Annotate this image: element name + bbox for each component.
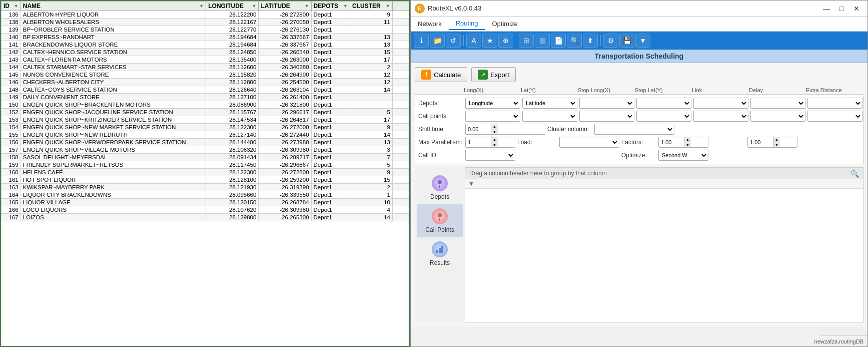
depots-stop-lat-select[interactable] [636, 98, 691, 109]
toolbar-info-button[interactable]: ℹ [414, 34, 429, 48]
callpoints-stop-long-select[interactable] [579, 111, 634, 122]
menu-network[interactable]: Network [411, 18, 449, 30]
filter-icon[interactable]: ▼ [468, 180, 474, 187]
search-icon[interactable]: 🔍 [850, 170, 859, 178]
factors-2-up[interactable]: ▲ [773, 137, 780, 142]
col-header-name[interactable]: NAME▼ [21, 2, 206, 11]
callpoints-row: Call points: [418, 111, 860, 122]
toolbar-sep-2 [516, 35, 516, 46]
data-grid-header: Drag a column header here to group by th… [465, 168, 863, 179]
sidebar-item-callpoints[interactable]: Call Points [417, 204, 463, 237]
menu-optimize[interactable]: Optimize [485, 18, 525, 30]
table-row: 165LIQUOR VILLAGE28.120150-26.268784Depo… [2, 199, 409, 206]
data-grid-toolbar: ▼ [465, 179, 863, 189]
parallelism-up[interactable]: ▲ [491, 137, 498, 142]
sidebar-item-depots[interactable]: Depots [417, 171, 463, 204]
factors-label: Factors: [621, 139, 656, 146]
factors-1-up[interactable]: ▲ [684, 137, 691, 142]
calculate-icon: f [421, 70, 431, 80]
optimize-label: Optimize: [621, 152, 656, 159]
toolbar-sep-3 [600, 35, 601, 46]
spreadsheet-panel: ID▼ NAME▼ LONGITUDE▼ LATITUDE▼ DEPOTS▼ [0, 0, 410, 347]
menu-routing[interactable]: Routing [449, 18, 485, 30]
menu-bar: Network Routing Optimize [411, 17, 867, 32]
toolbar-star-button[interactable]: ★ [482, 34, 497, 48]
table-row: 140BP EXPRESS~RANDHART28.194684-26.33766… [2, 34, 409, 41]
data-grid-area: Drag a column header here to group by th… [465, 167, 863, 322]
toolbar-layers-button[interactable]: ▦ [535, 34, 550, 48]
shift-time-down[interactable]: ▼ [491, 129, 498, 135]
callpoints-link-select[interactable] [693, 111, 748, 122]
title-bar: R RouteXL v6.0.0.43 — □ ✕ [411, 1, 867, 17]
results-icon [432, 241, 448, 257]
toolbar-plus-button[interactable]: ⊕ [498, 34, 513, 48]
callpoints-long-select[interactable] [465, 111, 520, 122]
table-row: 145NUNOS CONVENIENCE STORE28.115820-26.2… [2, 71, 409, 79]
toolbar-export-button[interactable]: ⬆ [583, 34, 598, 48]
toolbar-settings-button[interactable]: ⚙ [603, 34, 618, 48]
maximize-button[interactable]: □ [834, 3, 848, 14]
depots-link-select[interactable] [693, 98, 748, 109]
table-row: 160HELENS CAFÉ28.122300-26.272800Depot19 [2, 169, 409, 176]
sidebar-item-results[interactable]: Results [417, 237, 463, 270]
toolbar-open-button[interactable]: 📁 [430, 34, 445, 48]
toolbar-grid-button[interactable]: ⊞ [519, 34, 534, 48]
factors-2-down[interactable]: ▼ [773, 142, 780, 148]
callpoints-stop-lat-select[interactable] [636, 111, 691, 122]
factors-input-1[interactable] [659, 139, 684, 145]
data-table: ID▼ NAME▼ LONGITUDE▼ LATITUDE▼ DEPOTS▼ [1, 1, 409, 221]
depots-label: Depots: [418, 100, 463, 107]
calculate-button[interactable]: f Calculate [415, 67, 467, 82]
factors-1-down[interactable]: ▼ [684, 142, 691, 148]
depots-extra-select[interactable] [807, 98, 862, 109]
shift-time-spinner[interactable]: ▲ ▼ [465, 124, 545, 135]
toolbar-dropdown-button[interactable]: ▼ [635, 34, 650, 48]
factors-input-2[interactable] [748, 139, 773, 145]
close-button[interactable]: ✕ [849, 3, 863, 14]
callpoints-extra-select[interactable] [807, 111, 862, 122]
table-row: 152ENGEN QUICK SHOP~JACQUELINE SERVICE S… [2, 109, 409, 116]
callid-optimize-row: Call ID: Optimize: Second W [418, 150, 860, 161]
depots-latitude-select[interactable]: Latitude [522, 98, 577, 109]
col-header-longitude[interactable]: LONGITUDE▼ [206, 2, 259, 11]
depots-delay-select[interactable] [750, 98, 805, 109]
shift-time-input[interactable] [466, 126, 491, 132]
toolbar-doc-button[interactable]: 📄 [551, 34, 566, 48]
factors-spinner-2[interactable]: ▲ ▼ [747, 137, 797, 148]
max-parallelism-input[interactable] [466, 139, 491, 145]
shift-time-up[interactable]: ▲ [491, 124, 498, 129]
minimize-button[interactable]: — [819, 3, 833, 14]
col-header-depots[interactable]: DEPOTS▼ [311, 2, 350, 11]
table-row: 163KWIKSPAR~MAYBERRY PARK28.121930-26.31… [2, 184, 409, 191]
depots-row: Depots: Longitude Latitude [418, 98, 860, 109]
toolbar-refresh-button[interactable]: ↺ [446, 34, 461, 48]
cluster-column-select[interactable] [594, 124, 674, 135]
table-row: 161HOT SPOT LIQUOR28.128100-26.259200Dep… [2, 176, 409, 184]
cluster-shift-row: Shift time: ▲ ▼ Cluster column: [418, 124, 860, 135]
factors-spinner-1[interactable]: ▲ ▼ [658, 137, 708, 148]
toolbar-text-button[interactable]: A [466, 34, 481, 48]
optimize-select[interactable]: Second W [658, 150, 708, 161]
max-parallelism-spinner[interactable]: ▲ ▼ [465, 137, 515, 148]
table-row: 159FRIENDLY SUPERMARKET~RETSOS28.117450-… [2, 161, 409, 169]
window-controls: — □ ✕ [819, 3, 863, 14]
callid-select[interactable] [465, 150, 515, 161]
toolbar-save-button[interactable]: 💾 [619, 34, 634, 48]
panel-title: Transportation Scheduling [411, 50, 867, 63]
cluster-column-label: Cluster column: [547, 126, 592, 133]
export-icon: ↗ [478, 70, 488, 80]
callpoints-delay-select[interactable] [750, 111, 805, 122]
load-select[interactable] [559, 137, 619, 148]
parallelism-down[interactable]: ▼ [491, 142, 498, 148]
col-header-id[interactable]: ID▼ [2, 2, 21, 11]
export-button[interactable]: ↗ Export [471, 67, 516, 82]
app-icon: R [415, 4, 425, 14]
depots-longitude-select[interactable]: Longitude [465, 98, 520, 109]
table-row: 157ENGEN QUICK SHOP~VILLAGE MOTORS28.106… [2, 146, 409, 154]
depots-stop-long-select[interactable] [579, 98, 634, 109]
col-header-extra [392, 2, 409, 11]
callpoints-lat-select[interactable] [522, 111, 577, 122]
toolbar-search-button[interactable]: 🔍 [567, 34, 582, 48]
col-header-latitude[interactable]: LATITUDE▼ [259, 2, 311, 11]
col-header-cluster[interactable]: CLUSTER▼ [350, 2, 393, 11]
